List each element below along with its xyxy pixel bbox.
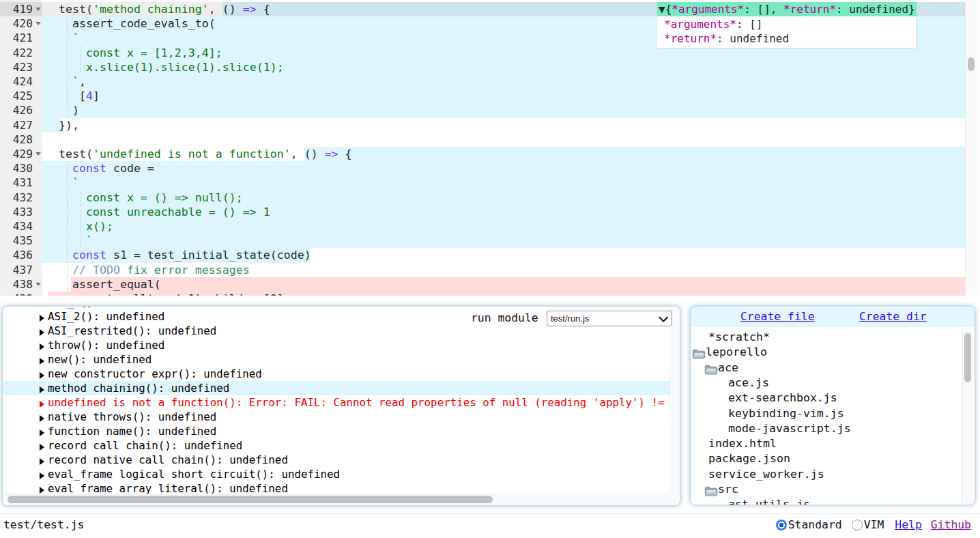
create-dir-link[interactable]: Create dir	[859, 309, 927, 324]
expand-triangle-icon[interactable]	[40, 472, 48, 479]
code-line[interactable]: // TODO fix error messages	[42, 263, 965, 277]
radio-icon[interactable]	[776, 520, 787, 530]
line-number[interactable]: 435	[0, 233, 42, 248]
expand-triangle-icon[interactable]	[40, 306, 48, 307]
tree-item-label: service_worker.js	[708, 466, 824, 482]
code-editor[interactable]: test('method chaining', () => { assert_c…	[0, 0, 980, 296]
line-number[interactable]: 424	[0, 74, 42, 89]
result-row[interactable]: function name(): undefined	[3, 424, 669, 438]
editor-scrollbar-thumb[interactable]	[968, 57, 975, 71]
expand-triangle-icon[interactable]	[40, 358, 48, 365]
tree-item-folder[interactable]: ace	[691, 360, 962, 376]
expand-triangle-icon[interactable]	[40, 487, 48, 494]
result-row[interactable]: eval_frame logical short circuit(): unde…	[3, 467, 669, 481]
tree-item-file[interactable]: ext-searchbox.js	[691, 390, 962, 406]
fold-arrow-icon[interactable]	[35, 22, 41, 28]
results-hscrollbar-thumb[interactable]	[8, 496, 493, 503]
value-tooltip-detail[interactable]: *arguments*: []*return*: undefined	[657, 16, 917, 48]
line-number[interactable]: 433	[0, 205, 42, 219]
line-number[interactable]: 429	[0, 147, 42, 161]
run-module-select[interactable]: test/run.js	[547, 311, 672, 326]
results-vscrollbar[interactable]	[669, 307, 680, 495]
line-number[interactable]: 439	[0, 292, 42, 296]
line-number[interactable]: 422	[0, 46, 42, 60]
line-number[interactable]: 438	[0, 277, 42, 292]
line-number[interactable]: 425	[0, 89, 42, 103]
results-hscrollbar[interactable]	[3, 494, 679, 505]
expand-triangle-icon[interactable]	[40, 315, 48, 322]
line-number[interactable]: 430	[0, 161, 42, 175]
code-line[interactable]: `	[42, 175, 965, 190]
code-line[interactable]: `,	[42, 74, 965, 89]
radio-icon[interactable]	[852, 520, 863, 530]
line-number[interactable]: 421	[0, 31, 42, 45]
expand-triangle-icon[interactable]	[40, 444, 48, 451]
create-file-link[interactable]: Create file	[740, 309, 815, 324]
line-number[interactable]: 426	[0, 103, 42, 117]
result-row[interactable]: throw(): undefined	[3, 338, 669, 352]
expand-triangle-icon[interactable]	[40, 329, 48, 336]
tree-item-file[interactable]: service_worker.js	[691, 466, 962, 482]
expand-triangle-icon[interactable]	[40, 372, 48, 379]
code-line[interactable]	[42, 132, 965, 147]
fold-arrow-icon[interactable]	[35, 152, 41, 158]
line-number[interactable]: 436	[0, 248, 42, 262]
expand-triangle-icon[interactable]	[40, 386, 48, 393]
result-row[interactable]: undefined is not a function(): Error: FA…	[3, 395, 669, 410]
value-tooltip-summary[interactable]: ▼{*arguments*: [], *return*: undefined}	[657, 2, 917, 16]
result-row[interactable]: new(): undefined	[3, 352, 669, 367]
tree-item-file[interactable]: ast_utils.js	[691, 496, 962, 505]
tree-item-file[interactable]: keybinding-vim.js	[691, 406, 962, 421]
expand-triangle-icon[interactable]	[40, 458, 48, 465]
fold-arrow-icon[interactable]	[35, 283, 41, 289]
file-tree-scrollbar[interactable]	[962, 328, 973, 504]
expand-triangle-icon[interactable]	[40, 415, 48, 422]
file-tree-scrollbar-thumb[interactable]	[964, 333, 971, 382]
result-row[interactable]: new constructor expr(): undefined	[3, 367, 669, 381]
tree-item-file[interactable]: ace.js	[691, 375, 962, 391]
code-line[interactable]: x.slice(1).slice(1).slice(1);	[42, 60, 965, 74]
line-number[interactable]: 428	[0, 132, 42, 147]
tree-item-folder[interactable]: leporello	[691, 344, 962, 360]
expand-triangle-icon[interactable]	[40, 401, 48, 408]
mode-radio-vim[interactable]: VIM	[852, 514, 884, 535]
line-number[interactable]: 431	[0, 175, 42, 190]
code-line[interactable]: const x = () => null();	[42, 190, 965, 205]
code-line[interactable]: }),	[42, 118, 965, 132]
tree-item-folder[interactable]: src	[691, 481, 962, 497]
result-row[interactable]: record native call chain(): undefined	[3, 453, 669, 467]
line-number[interactable]: 419	[0, 2, 42, 16]
help-link[interactable]: Help	[895, 514, 921, 535]
line-number[interactable]: 420	[0, 16, 42, 31]
github-link[interactable]: Github	[931, 514, 971, 535]
code-line[interactable]: test('undefined is not a function', () =…	[42, 147, 965, 161]
mode-radio-standard[interactable]: Standard	[776, 514, 842, 535]
code-line[interactable]: `	[42, 233, 965, 248]
tree-item-file[interactable]: *scratch*	[691, 329, 962, 345]
code-line[interactable]: const unreachable = () => 1	[42, 205, 965, 219]
tree-item-file[interactable]: mode-javascript.js	[691, 421, 962, 436]
tooltip-row[interactable]: *arguments*: []	[664, 17, 916, 31]
code-line[interactable]: x();	[42, 219, 965, 233]
code-line[interactable]: const s1 = test_initial_state(code)	[42, 248, 965, 262]
code-line[interactable]: [4]	[42, 89, 965, 103]
expand-triangle-icon[interactable]	[40, 343, 48, 350]
code-line[interactable]: const code =	[42, 161, 965, 175]
result-row[interactable]: record call chain(): undefined	[3, 438, 669, 453]
line-number[interactable]: 434	[0, 219, 42, 233]
code-line[interactable]: assert_equal(	[42, 277, 965, 292]
expand-triangle-icon[interactable]	[40, 429, 48, 436]
tree-item-file[interactable]: index.html	[691, 436, 962, 451]
editor-scrollbar[interactable]	[965, 0, 977, 296]
result-row[interactable]: native throws(): undefined	[3, 410, 669, 424]
result-row[interactable]: method chaining(): undefined	[3, 381, 669, 395]
fold-arrow-icon[interactable]	[35, 8, 41, 14]
line-number[interactable]: 423	[0, 60, 42, 74]
tooltip-row[interactable]: *return*: undefined	[664, 31, 916, 46]
code-line[interactable]: )	[42, 103, 965, 117]
tree-item-file[interactable]: package.json	[691, 451, 962, 466]
code-line[interactable]: root_calltree(s1).children[0],	[42, 292, 965, 296]
line-number[interactable]: 437	[0, 263, 42, 277]
line-number[interactable]: 432	[0, 190, 42, 205]
line-number[interactable]: 427	[0, 118, 42, 132]
